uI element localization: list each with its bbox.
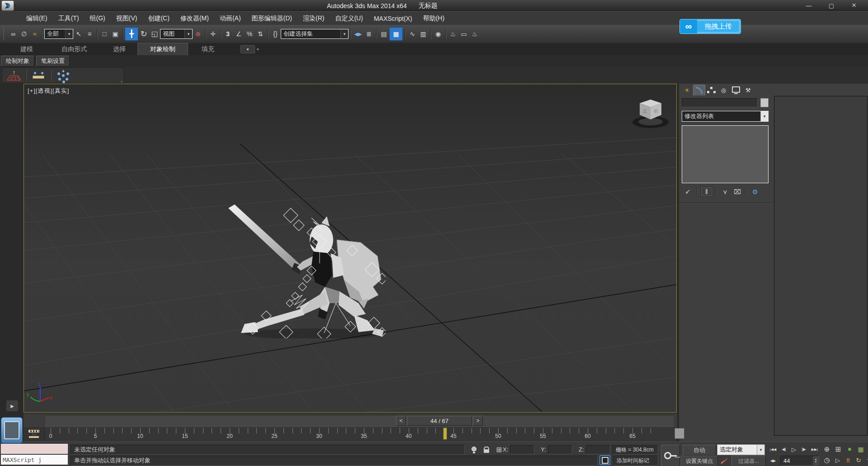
layer-manager-icon[interactable]: ▤: [378, 28, 389, 40]
tab-utilities-icon[interactable]: ⚒: [742, 85, 754, 95]
z-coordinate-field[interactable]: [586, 445, 610, 454]
open-mini-curve-editor-button[interactable]: ↑ ↓: [24, 427, 45, 441]
current-frame-field[interactable]: 44 ▲ ▼: [780, 456, 819, 466]
perspective-viewport[interactable]: [+][透视][真实] 左 前 z x y: [24, 84, 677, 413]
zoom-extents-all-icon[interactable]: ▦: [856, 444, 866, 454]
viewport-label[interactable]: [+][透视][真实]: [28, 87, 69, 95]
snap-toggle-icon[interactable]: 3: [222, 28, 233, 40]
select-by-name-icon[interactable]: ≡: [84, 28, 95, 40]
select-and-link-icon[interactable]: ∞: [8, 28, 19, 40]
zoom-icon[interactable]: ⊕: [822, 444, 832, 454]
zoom-extents-icon[interactable]: ■: [844, 444, 854, 454]
selection-lock-icon[interactable]: [481, 445, 492, 455]
viewport-layout-icon[interactable]: [599, 455, 610, 465]
isolate-selection-icon[interactable]: [468, 445, 479, 455]
walkthrough-icon[interactable]: ‼: [844, 455, 853, 465]
align-icon[interactable]: ≣: [363, 28, 374, 40]
material-editor-icon[interactable]: ◉: [433, 28, 443, 40]
configure-modifier-sets-icon[interactable]: ⚙: [750, 187, 760, 197]
menu-customize[interactable]: 自定义(U): [330, 12, 368, 25]
subtab-paint-objects[interactable]: 绘制对象: [1, 56, 34, 67]
rect-selection-region-icon[interactable]: □: [99, 28, 110, 40]
next-frame-icon[interactable]: >: [473, 416, 483, 426]
select-and-rotate-icon[interactable]: ↻: [138, 28, 149, 40]
overlay-floating-button[interactable]: [1, 417, 23, 443]
toolbar-grip[interactable]: [3, 28, 5, 40]
app-logo-button[interactable]: ▾: [1, 0, 16, 11]
timeline-ruler[interactable]: 05101520253035404550556065: [45, 427, 675, 442]
drag-upload-button[interactable]: ∞ 拖拽上传: [679, 19, 741, 34]
panel-corner-icon[interactable]: ⌟: [120, 78, 123, 83]
object-color-swatch[interactable]: [760, 98, 769, 107]
go-to-end-icon[interactable]: ▶▶|: [809, 444, 820, 454]
previous-frame-icon[interactable]: <: [396, 416, 406, 426]
key-mode-toggle-icon[interactable]: ◀▶: [768, 456, 778, 466]
paint-on-grid-icon[interactable]: ↑: [9, 71, 19, 81]
menu-create[interactable]: 创建(C): [142, 12, 175, 25]
menu-group[interactable]: 组(G): [85, 12, 111, 25]
angle-snap-icon[interactable]: ∠: [233, 28, 244, 40]
menu-help[interactable]: 帮助(H): [418, 12, 450, 25]
add-time-tag[interactable]: 添加时间标记: [613, 456, 658, 466]
tab-hierarchy-icon[interactable]: [705, 85, 717, 95]
chevron-down-icon[interactable]: ▾: [340, 29, 348, 38]
menu-modifiers[interactable]: 修改器(M): [175, 12, 214, 25]
bind-to-spacewarp-icon[interactable]: ≈: [29, 28, 40, 40]
ribbon-minimize-icon[interactable]: ▾: [241, 45, 255, 53]
window-crossing-icon[interactable]: ▣: [110, 28, 121, 40]
show-end-result-icon[interactable]: ‖: [700, 187, 713, 197]
play-icon[interactable]: ▷: [789, 444, 798, 454]
key-filters-button[interactable]: 过滤器...: [731, 456, 766, 466]
y-coordinate-field[interactable]: [548, 445, 572, 454]
menu-graph-editors[interactable]: 图形编辑器(D): [246, 12, 297, 25]
chevron-down-icon[interactable]: ▾: [757, 445, 764, 455]
view-cube[interactable]: 左 前: [631, 96, 670, 131]
remove-modifier-icon[interactable]: ⌧: [732, 187, 743, 197]
subtab-brush-settings[interactable]: 笔刷设置: [36, 56, 70, 67]
character-model[interactable]: [223, 198, 386, 338]
time-slider-track[interactable]: < 44 / 67 >: [45, 415, 674, 427]
tab-populate[interactable]: 填充: [188, 43, 228, 55]
frame-spinner[interactable]: ▲ ▼: [813, 456, 819, 465]
time-slider-handle[interactable]: 44 / 67: [407, 416, 472, 426]
maximize-button-icon[interactable]: ▢: [820, 0, 843, 11]
new-key-pen-icon[interactable]: [719, 456, 730, 466]
scatter-brush-icon[interactable]: +: [57, 70, 69, 81]
unlink-selection-icon[interactable]: ∅: [19, 28, 29, 40]
curve-editor-icon[interactable]: ∿: [407, 28, 418, 40]
menu-rendering[interactable]: 渲染(R): [297, 12, 330, 25]
auto-key-button[interactable]: 自动: [683, 445, 716, 456]
menu-maxscript[interactable]: MAXScript(X): [368, 12, 418, 25]
tab-create-icon[interactable]: ☀: [681, 85, 693, 95]
use-pivot-center-icon[interactable]: ⊕: [193, 28, 203, 40]
maxscript-pink-line[interactable]: [1, 444, 68, 454]
tab-motion-icon[interactable]: ◎: [717, 85, 730, 95]
selection-filter-dropdown[interactable]: 全部▾: [44, 29, 73, 39]
menu-animation[interactable]: 动画(A): [214, 12, 246, 25]
graphite-ribbon-toggle-icon[interactable]: ▦: [389, 27, 403, 41]
cube-left-label[interactable]: 左: [643, 109, 647, 114]
modifier-stack-list[interactable]: [682, 125, 769, 183]
select-and-manipulate-icon[interactable]: ✛: [208, 28, 218, 40]
cube-front-label[interactable]: 前: [654, 109, 658, 114]
chevron-down-icon[interactable]: ▾: [184, 29, 192, 38]
minimize-button-icon[interactable]: —: [797, 0, 820, 11]
menu-tools[interactable]: 工具(T): [53, 12, 85, 25]
menu-edit[interactable]: 编辑(E): [21, 12, 53, 25]
percent-snap-icon[interactable]: %: [244, 28, 255, 40]
chevron-down-icon[interactable]: ▾: [760, 111, 768, 121]
named-selection-sets-dropdown[interactable]: 创建选择集▾: [281, 29, 349, 39]
key-selection-dropdown[interactable]: 选定对象 ▾: [717, 444, 765, 455]
menu-views[interactable]: 视图(V): [111, 12, 143, 25]
maximize-viewport-toggle-icon[interactable]: ↘: [864, 455, 868, 465]
current-frame-marker[interactable]: [443, 428, 447, 440]
time-configuration-icon[interactable]: ◷: [822, 455, 832, 465]
select-and-scale-icon[interactable]: ◱: [149, 28, 160, 40]
tab-selection[interactable]: 选择: [101, 43, 137, 55]
maxscript-mini-listener[interactable]: MAXScript j: [1, 455, 68, 465]
next-key-icon[interactable]: |▶: [799, 444, 808, 454]
pin-stack-icon[interactable]: ⊸: [681, 185, 696, 200]
chevron-down-icon[interactable]: ▾: [65, 29, 73, 38]
zoom-all-icon[interactable]: ⊞: [833, 444, 843, 454]
logo-dropdown-icon[interactable]: ▾: [14, 4, 16, 8]
